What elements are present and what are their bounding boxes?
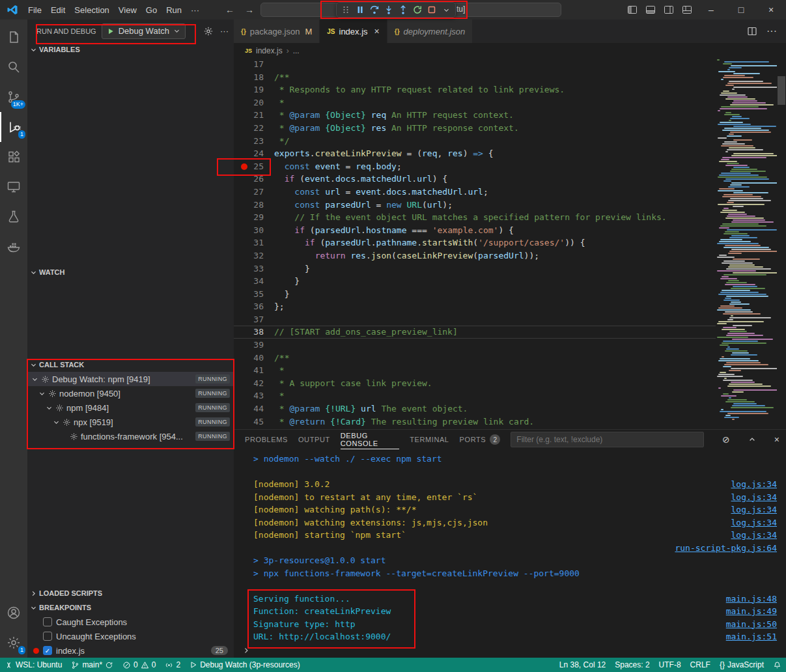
line-number-gutter[interactable]: 26 — [234, 173, 274, 186]
tab-ports[interactable]: PORTS2 — [460, 430, 501, 449]
source-link[interactable]: main.js:50 — [726, 618, 777, 631]
code-line[interactable]: 20 * — [234, 96, 716, 109]
line-number-gutter[interactable]: 42 — [234, 377, 274, 390]
source-link[interactable]: log.js:34 — [731, 516, 777, 529]
more-actions-icon[interactable]: ··· — [766, 25, 777, 37]
section-loaded-scripts[interactable]: LOADED SCRIPTS — [27, 586, 234, 600]
remote-explorer-icon[interactable] — [0, 172, 27, 202]
code-line[interactable]: 35 } — [234, 288, 716, 301]
docker-icon[interactable] — [0, 232, 27, 262]
code-line[interactable]: 31 if (parsedUrl.pathname.startsWith('/s… — [234, 236, 716, 249]
remote-indicator[interactable]: WSL: Ubuntu — [0, 658, 66, 672]
code-line[interactable]: 41 * — [234, 364, 716, 377]
scrollbar-thumb[interactable] — [778, 76, 785, 105]
line-number-gutter[interactable]: 43 — [234, 389, 274, 402]
git-branch-indicator[interactable]: main* — [66, 658, 118, 672]
code-line[interactable]: 39 — [234, 339, 716, 352]
line-number-gutter[interactable]: 23 — [234, 135, 274, 148]
call-stack-item[interactable]: Debug Watch: npm [9419]RUNNING — [27, 372, 234, 386]
step-over-icon[interactable] — [367, 3, 382, 17]
line-number-gutter[interactable]: 36 — [234, 300, 274, 313]
close-button[interactable]: × — [756, 0, 786, 20]
debug-status[interactable]: Debug Watch (3p-resources) — [185, 658, 305, 672]
code-line[interactable]: 33 } — [234, 262, 716, 275]
call-stack-item[interactable]: npx [9519]RUNNING — [27, 415, 234, 429]
code-line[interactable]: 25 const event = req.body; — [234, 160, 716, 173]
line-number-gutter[interactable]: 38 — [234, 326, 274, 339]
code-line[interactable]: 36}; — [234, 300, 716, 313]
code-line[interactable]: 44 * @param {!URL} url The event object. — [234, 402, 716, 415]
forward-arrow-icon[interactable]: → — [245, 5, 254, 15]
customize-layout-icon[interactable] — [678, 0, 696, 20]
code-line[interactable]: 27 const url = event.docs.matchedUrl.url… — [234, 186, 716, 199]
code-line[interactable]: 37 — [234, 313, 716, 326]
line-number-gutter[interactable]: 24 — [234, 147, 274, 160]
tab-output[interactable]: OUTPUT — [298, 430, 330, 449]
line-number-gutter[interactable]: 31 — [234, 236, 274, 249]
line-number-gutter[interactable]: 28 — [234, 199, 274, 212]
tab-index-js[interactable]: JS index.js × — [320, 20, 387, 43]
breadcrumb-symbol[interactable]: ... — [293, 46, 300, 55]
chevron-down-icon[interactable] — [31, 376, 38, 383]
code-line[interactable]: 45 * @return {!Card} The resulting previ… — [234, 415, 716, 428]
code-line[interactable]: 42 * A support case link preview. — [234, 377, 716, 390]
code-line[interactable]: 34 } — [234, 275, 716, 288]
drag-handle-icon[interactable] — [339, 3, 353, 17]
checkbox-unchecked[interactable] — [43, 617, 52, 626]
checkbox-unchecked[interactable] — [43, 632, 52, 641]
code-line[interactable]: 40/** — [234, 352, 716, 365]
code-line[interactable]: 28 const parsedUrl = new URL(url); — [234, 199, 716, 212]
menu-file[interactable]: File — [23, 5, 46, 15]
language-mode[interactable]: {}JavaScript — [715, 658, 768, 672]
code-line[interactable]: 26 if (event.docs.matchedUrl.url) { — [234, 173, 716, 186]
toggle-panel-icon[interactable] — [641, 0, 660, 20]
code-line[interactable]: 24exports.createLinkPreview = (req, res)… — [234, 147, 716, 160]
line-number-gutter[interactable]: 17 — [234, 58, 274, 71]
source-link[interactable]: main.js:48 — [726, 593, 777, 606]
cursor-position[interactable]: Ln 38, Col 12 — [555, 658, 610, 672]
ports-indicator[interactable]: 2 — [160, 658, 185, 672]
settings-gear-icon[interactable]: 1 — [0, 628, 27, 658]
tab-problems[interactable]: PROBLEMS — [245, 430, 288, 449]
line-number-gutter[interactable]: 20 — [234, 96, 274, 109]
tab-package-json[interactable]: {} package.json M — [234, 20, 320, 43]
testing-icon[interactable] — [0, 202, 27, 232]
line-number-gutter[interactable]: 25 — [234, 160, 274, 173]
close-panel-icon[interactable]: × — [774, 434, 779, 445]
line-number-gutter[interactable]: 44 — [234, 402, 274, 415]
toggle-sidebar-icon[interactable] — [623, 0, 641, 20]
line-number-gutter[interactable]: 30 — [234, 224, 274, 237]
line-number-gutter[interactable]: 40 — [234, 352, 274, 365]
console-filter-input[interactable] — [511, 432, 704, 447]
run-and-debug-icon[interactable]: 1 — [0, 112, 27, 142]
source-link[interactable]: log.js:34 — [731, 529, 777, 542]
breakpoint-row[interactable]: Caught Exceptions — [27, 615, 234, 629]
tab-terminal[interactable]: TERMINAL — [410, 430, 449, 449]
source-control-icon[interactable]: 1K+ — [0, 82, 27, 112]
source-link[interactable]: log.js:34 — [731, 478, 777, 491]
line-number-gutter[interactable]: 22 — [234, 122, 274, 135]
breadcrumb-file[interactable]: index.js — [256, 46, 283, 55]
code-line[interactable]: 19 * Responds to any HTTP request relate… — [234, 83, 716, 96]
search-icon[interactable] — [0, 52, 27, 82]
tab-deployment-json[interactable]: {} deployment.json — [387, 20, 473, 43]
source-link[interactable]: log.js:34 — [731, 503, 777, 516]
source-link[interactable]: main.js:49 — [726, 605, 777, 618]
line-number-gutter[interactable]: 29 — [234, 211, 274, 224]
code-line[interactable]: 18/** — [234, 71, 716, 84]
gear-icon[interactable] — [203, 26, 214, 36]
breakpoint-row[interactable]: ✓ index.js 25 — [27, 643, 234, 658]
call-stack-item[interactable]: functions-framework [954...RUNNING — [27, 429, 234, 443]
pause-icon[interactable] — [353, 3, 367, 17]
minimize-button[interactable]: – — [696, 0, 726, 20]
section-breakpoints[interactable]: BREAKPOINTS — [27, 600, 234, 615]
line-number-gutter[interactable]: 19 — [234, 83, 274, 96]
menu-view[interactable]: View — [114, 5, 141, 15]
source-link[interactable]: main.js:51 — [726, 630, 777, 643]
line-number-gutter[interactable]: 45 — [234, 415, 274, 428]
clear-console-icon[interactable]: ⊘ — [722, 434, 730, 445]
close-icon[interactable]: × — [374, 26, 380, 36]
line-number-gutter[interactable]: 37 — [234, 313, 274, 326]
chevron-down-icon[interactable] — [46, 404, 53, 412]
restart-icon[interactable] — [410, 3, 425, 17]
